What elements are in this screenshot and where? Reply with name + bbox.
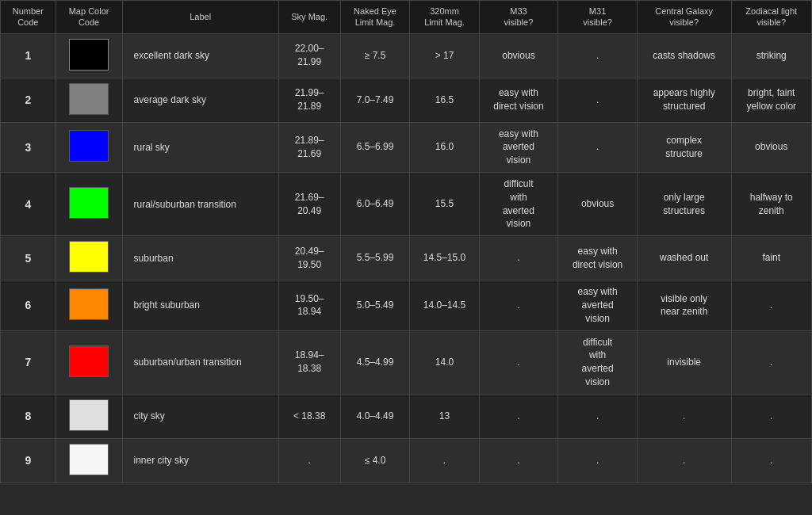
sky-mag: . — [278, 438, 340, 483]
320mm: 14.0–14.5 — [410, 280, 479, 330]
row-label: average dark sky — [122, 78, 278, 122]
central-galaxy: casts shadows — [637, 33, 731, 78]
zodiacal-light: faint — [731, 236, 812, 280]
col-header-zodiacal: Zodiacal light visible? — [731, 1, 812, 34]
central-galaxy: invisible — [637, 330, 731, 394]
central-galaxy: appears highly structured — [637, 78, 731, 122]
color-swatch-cell — [56, 280, 122, 330]
naked-eye: 5.0–5.49 — [340, 280, 410, 330]
m31-visible: difficult with averted vision — [558, 330, 638, 394]
m31-visible: easy with averted vision — [558, 280, 638, 330]
color-swatch — [69, 241, 109, 273]
col-header-m31: M31 visible? — [558, 1, 638, 34]
m31-visible: . — [558, 78, 638, 122]
zodiacal-light: . — [731, 330, 812, 394]
color-swatch — [69, 130, 109, 162]
color-swatch-cell — [56, 33, 122, 78]
color-swatch — [69, 83, 109, 115]
320mm: . — [410, 438, 479, 483]
col-header-central: Central Galaxy visible? — [637, 1, 731, 34]
color-swatch-cell — [56, 394, 122, 438]
row-label: excellent dark sky — [122, 33, 278, 78]
m33-visible: easy with direct vision — [479, 78, 558, 122]
color-swatch-cell — [56, 78, 122, 122]
color-swatch-cell — [56, 122, 122, 172]
table-row: 7suburban/urban transition18.94– 18.384.… — [1, 330, 812, 394]
sky-mag: 18.94– 18.38 — [278, 330, 340, 394]
zodiacal-light: striking — [731, 33, 812, 78]
m33-visible: obvious — [479, 33, 558, 78]
central-galaxy: washed out — [637, 236, 731, 280]
sky-mag: 19.50– 18.94 — [278, 280, 340, 330]
table-row: 6bright suburban19.50– 18.945.0–5.4914.0… — [1, 280, 812, 330]
m33-visible: . — [479, 394, 558, 438]
table-row: 8city sky< 18.384.0–4.4913.... — [1, 394, 812, 438]
color-swatch — [69, 345, 109, 377]
table-row: 9inner city sky.≤ 4.0..... — [1, 438, 812, 483]
row-number: 7 — [1, 330, 56, 394]
m33-visible: . — [479, 438, 558, 483]
sky-mag: 21.69– 20.49 — [278, 172, 340, 235]
row-number: 1 — [1, 33, 56, 78]
table-header-row: Number CodeMap Color CodeLabelSky Mag.Na… — [1, 1, 812, 34]
row-number: 5 — [1, 236, 56, 280]
color-swatch — [69, 288, 109, 320]
col-header-number: Number Code — [1, 1, 56, 34]
col-header-mapcolor: Map Color Code — [56, 1, 122, 34]
m33-visible: . — [479, 330, 558, 394]
col-header-nakedeye: Naked Eye Limit Mag. — [340, 1, 410, 34]
col-header-m33: M33 visible? — [479, 1, 558, 34]
row-number: 3 — [1, 122, 56, 172]
table-body: 1excellent dark sky22.00– 21.99≥ 7.5> 17… — [1, 33, 812, 483]
m31-visible: easy with direct vision — [558, 236, 638, 280]
row-number: 4 — [1, 172, 56, 235]
naked-eye: ≥ 7.5 — [340, 33, 410, 78]
color-swatch — [69, 187, 109, 219]
m33-visible: easy with averted vision — [479, 122, 558, 172]
col-header-mm320: 320mm Limit Mag. — [410, 1, 479, 34]
320mm: > 17 — [410, 33, 479, 78]
naked-eye: 6.0–6.49 — [340, 172, 410, 235]
color-swatch — [69, 444, 109, 475]
row-number: 6 — [1, 280, 56, 330]
sky-mag: 22.00– 21.99 — [278, 33, 340, 78]
zodiacal-light: . — [731, 438, 812, 483]
central-galaxy: only large structures — [637, 172, 731, 235]
row-label: rural sky — [122, 122, 278, 172]
row-number: 8 — [1, 394, 56, 438]
m31-visible: . — [558, 394, 638, 438]
table-row: 1excellent dark sky22.00– 21.99≥ 7.5> 17… — [1, 33, 812, 78]
color-swatch-cell — [56, 438, 122, 483]
row-label: bright suburban — [122, 280, 278, 330]
zodiacal-light: bright, faint yellow color — [731, 78, 812, 122]
naked-eye: 6.5–6.99 — [340, 122, 410, 172]
color-swatch-cell — [56, 330, 122, 394]
320mm: 13 — [410, 394, 479, 438]
320mm: 16.5 — [410, 78, 479, 122]
sky-mag: 21.89– 21.69 — [278, 122, 340, 172]
zodiacal-light: . — [731, 394, 812, 438]
table-row: 4rural/suburban transition21.69– 20.496.… — [1, 172, 812, 235]
sky-mag: 20.49– 19.50 — [278, 236, 340, 280]
naked-eye: ≤ 4.0 — [340, 438, 410, 483]
sky-mag: 21.99– 21.89 — [278, 78, 340, 122]
col-header-label: Label — [122, 1, 278, 34]
m33-visible: . — [479, 280, 558, 330]
zodiacal-light: obvious — [731, 122, 812, 172]
row-label: inner city sky — [122, 438, 278, 483]
central-galaxy: visible only near zenith — [637, 280, 731, 330]
central-galaxy: . — [637, 438, 731, 483]
m33-visible: . — [479, 236, 558, 280]
m31-visible: . — [558, 122, 638, 172]
320mm: 14.5–15.0 — [410, 236, 479, 280]
bortle-table: Number CodeMap Color CodeLabelSky Mag.Na… — [0, 0, 812, 483]
color-swatch — [69, 399, 109, 431]
row-number: 2 — [1, 78, 56, 122]
m31-visible: . — [558, 438, 638, 483]
naked-eye: 7.0–7.49 — [340, 78, 410, 122]
color-swatch-cell — [56, 236, 122, 280]
320mm: 16.0 — [410, 122, 479, 172]
table-row: 2average dark sky21.99– 21.897.0–7.4916.… — [1, 78, 812, 122]
row-label: suburban — [122, 236, 278, 280]
table-row: 5suburban20.49– 19.505.5–5.9914.5–15.0.e… — [1, 236, 812, 280]
